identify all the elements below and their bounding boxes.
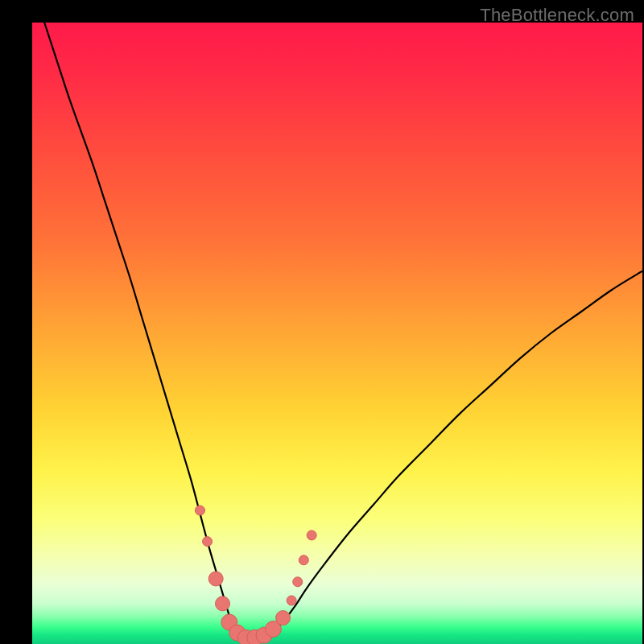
data-marker	[208, 572, 223, 586]
data-marker	[287, 596, 296, 605]
data-marker	[293, 577, 303, 587]
data-marker	[299, 555, 308, 565]
plot-area	[32, 23, 642, 644]
bottleneck-chart	[32, 23, 642, 644]
data-marker	[195, 506, 204, 515]
chart-frame: TheBottleneck.com	[0, 0, 644, 644]
data-marker	[203, 537, 213, 547]
data-marker	[307, 530, 316, 540]
data-marker	[276, 611, 291, 625]
data-marker	[215, 597, 229, 611]
